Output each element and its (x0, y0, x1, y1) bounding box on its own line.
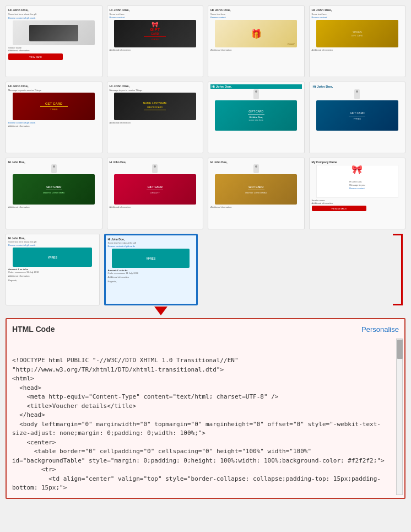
html-panel-header: HTML Code Personalise (12, 325, 399, 334)
template-card-11[interactable]: Hi John Doe, GIFT CARD MERRY CHRISTMAS A… (208, 158, 305, 229)
template-card-4[interactable]: Hi John Doe, Some text here Browse conte… (309, 6, 406, 77)
template-card-6[interactable]: Hi John Doe, Message to you to receive T… (107, 82, 204, 153)
scrollbar[interactable] (396, 338, 403, 495)
html-code-content: <!DOCTYPE html PUBLIC "-//W3C//DTD XHTML… (12, 338, 399, 492)
templates-section: Hi John Doe, Some text here about the gi… (0, 0, 411, 305)
template-card-13[interactable]: Hi John Doe, Some text here about the gi… (6, 234, 100, 305)
template-card-10[interactable]: Hi John Doe, GIFT CARD GRUCHY Additional… (107, 158, 204, 229)
html-panel-title: HTML Code (12, 325, 55, 334)
template-row-1: Hi John Doe, Some text here about the gi… (6, 6, 405, 77)
arrow-connector (0, 307, 411, 315)
template-row-2: Hi John Doe, Message to you to receive T… (6, 82, 405, 153)
template-card-9[interactable]: Hi John Doe, GIFT CARD MERRY CHRISTMAS A… (6, 158, 102, 229)
template-card-8[interactable]: Hi John Doe, GIFT CARD YPRES (309, 82, 406, 153)
template-card-3[interactable]: Hi John Doe, Some text here Browse conte… (208, 6, 305, 77)
template-card-12[interactable]: My Company Name 🎀 Hi John Doe, Message t… (309, 158, 406, 229)
html-code-panel: HTML Code Personalise <!DOCTYPE html PUB… (6, 318, 405, 499)
template-card-1[interactable]: Hi John Doe, Some text here about the gi… (6, 6, 102, 77)
page-container: Hi John Doe, Some text here about the gi… (0, 0, 411, 499)
html-code-text: <!DOCTYPE html PUBLIC "-//W3C//DTD XHTML… (12, 356, 391, 492)
template-row-3: Hi John Doe, GIFT CARD MERRY CHRISTMAS A… (6, 158, 405, 229)
template-card-2[interactable]: Hi John Doe, Some text here Browse conte… (107, 6, 204, 77)
personalise-link[interactable]: Personalise (361, 325, 399, 334)
template-row-4: Hi John Doe, Some text here about the gi… (6, 234, 405, 305)
template-card-14[interactable]: Hi John Doe, Some text here about the gi… (104, 234, 198, 305)
template-card-7[interactable]: Hi John Doe, GIFT CARD Hi John Doe, some… (208, 82, 305, 153)
template-card-5[interactable]: Hi John Doe, Message to you to receive T… (6, 82, 102, 153)
scrollbar-thumb[interactable] (397, 340, 403, 359)
